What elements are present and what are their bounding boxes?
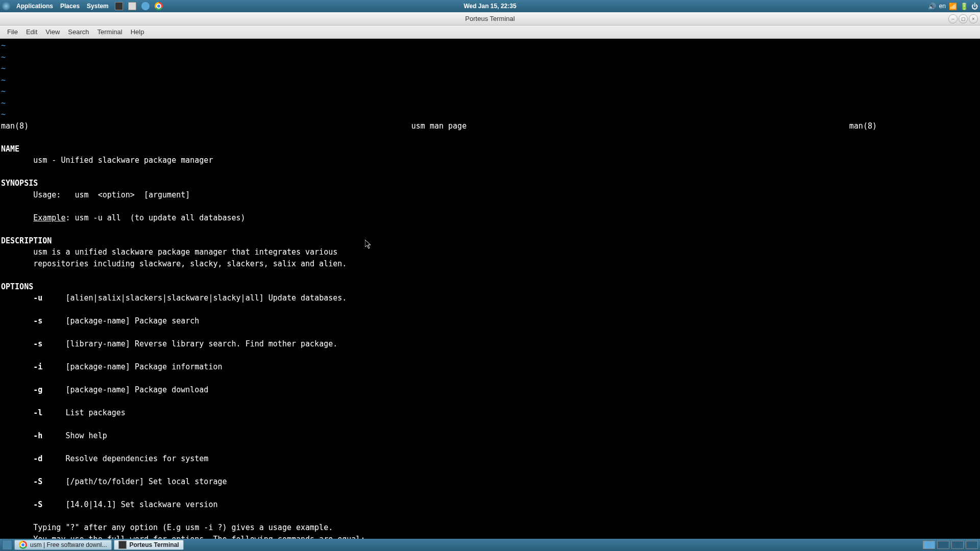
workspace-4[interactable]: [966, 541, 978, 549]
option-row: -i [package-name] Package information: [1, 361, 979, 373]
applications-menu[interactable]: Applications: [13, 3, 56, 10]
workspace-1[interactable]: [923, 541, 935, 549]
menu-terminal[interactable]: Terminal: [93, 28, 127, 36]
option-row: -d Resolve dependencies for system: [1, 453, 979, 465]
option-description: Resolve dependencies for system: [65, 454, 208, 463]
window-titlebar[interactable]: Porteus Terminal – ▢ ×: [0, 12, 980, 26]
tilde-line: ~: [1, 74, 979, 86]
top-panel: Applications Places System Wed Jan 15, 2…: [0, 0, 980, 12]
taskbar-item-browser[interactable]: usm | Free software downl...: [14, 540, 112, 550]
option-description: [package-name] Package search: [65, 316, 199, 325]
option-row: -S [/path/to/folder] Set local storage: [1, 476, 979, 488]
option-description: [14.0|14.1] Set slackware version: [65, 500, 217, 509]
menu-view[interactable]: View: [41, 28, 64, 36]
tilde-line: ~: [1, 63, 979, 74]
option-description: [package-name] Package information: [65, 362, 222, 371]
section-name: NAME: [1, 143, 979, 155]
system-menu[interactable]: System: [84, 3, 112, 10]
option-description: [library-name] Reverse library search. F…: [65, 339, 337, 348]
terminal-viewport[interactable]: ~ ~ ~ ~ ~ ~ ~ man(8) usm man page man(8)…: [0, 39, 980, 539]
option-row: -s [package-name] Package search: [1, 315, 979, 327]
places-menu[interactable]: Places: [57, 3, 83, 10]
show-desktop-button[interactable]: [2, 540, 12, 550]
chrome-launcher-icon[interactable]: [154, 1, 164, 11]
option-description: [/path/to/folder] Set local storage: [65, 477, 227, 486]
man-header: man(8) usm man page man(8): [1, 120, 979, 132]
tilde-line: ~: [1, 40, 979, 52]
minimize-button[interactable]: –: [948, 14, 958, 23]
network-icon[interactable]: 📶: [949, 3, 957, 10]
option-flag: -i: [33, 362, 42, 371]
chrome-icon: [19, 541, 27, 549]
menubar: File Edit View Search Terminal Help: [0, 26, 980, 39]
workspace-2[interactable]: [937, 541, 949, 549]
example-text: : usm -u all (to update all databases): [65, 213, 245, 222]
close-button[interactable]: ×: [969, 14, 978, 23]
clock[interactable]: Wed Jan 15, 22:35: [463, 3, 516, 10]
option-row: -s [library-name] Reverse library search…: [1, 338, 979, 350]
option-description: [alien|salix|slackers|slackware|slacky|a…: [65, 293, 347, 303]
window-title: Porteus Terminal: [465, 15, 514, 22]
taskbar-item-label: usm | Free software downl...: [30, 541, 107, 548]
power-icon[interactable]: ⏻: [971, 3, 978, 10]
tilde-line: ~: [1, 52, 979, 63]
option-description: List packages: [65, 408, 125, 417]
man-header-left: man(8): [1, 120, 29, 132]
option-description: [package-name] Package download: [65, 385, 208, 394]
option-flag: -h: [33, 431, 42, 440]
tilde-line: ~: [1, 109, 979, 120]
option-description: Show help: [65, 431, 107, 440]
option-flag: -s: [33, 339, 42, 348]
taskbar-item-label: Porteus Terminal: [130, 541, 179, 548]
example-line: Example: usm -u all (to update all datab…: [1, 212, 979, 224]
synopsis-text: Usage: usm <option> [argument]: [1, 189, 979, 201]
option-flag: -d: [33, 454, 42, 463]
menu-edit[interactable]: Edit: [22, 28, 41, 36]
option-row: -g [package-name] Package download: [1, 384, 979, 396]
section-description: DESCRIPTION: [1, 235, 979, 247]
section-options: OPTIONS: [1, 281, 979, 293]
option-flag: -u: [33, 293, 42, 303]
name-text: usm - Unified slackware package manager: [1, 155, 979, 166]
web-launcher-icon[interactable]: [140, 1, 151, 11]
man-header-center: usm man page: [411, 120, 467, 132]
distro-icon[interactable]: [2, 2, 10, 10]
terminal-icon: [118, 541, 127, 549]
example-label: Example: [33, 213, 65, 222]
menu-file[interactable]: File: [3, 28, 22, 36]
option-row: -S [14.0|14.1] Set slackware version: [1, 499, 979, 511]
description-text: usm is a unified slackware package manag…: [1, 246, 979, 258]
volume-icon[interactable]: 🔊: [928, 3, 936, 10]
options-note: You may use the full word for options. T…: [1, 534, 979, 539]
terminal-launcher-icon[interactable]: [114, 1, 124, 11]
option-flag: -S: [33, 500, 42, 509]
bottom-taskbar: usm | Free software downl... Porteus Ter…: [0, 539, 980, 551]
workspace-3[interactable]: [951, 541, 964, 549]
tilde-line: ~: [1, 97, 979, 109]
maximize-button[interactable]: ▢: [959, 14, 968, 23]
section-synopsis: SYNOPSIS: [1, 178, 979, 189]
taskbar-item-terminal[interactable]: Porteus Terminal: [114, 540, 184, 550]
tilde-line: ~: [1, 86, 979, 97]
option-flag: -l: [33, 408, 42, 417]
description-text: repositories including slackware, slacky…: [1, 258, 979, 270]
keyboard-layout-indicator[interactable]: en: [939, 3, 946, 10]
option-flag: -s: [33, 316, 42, 325]
menu-search[interactable]: Search: [64, 28, 93, 36]
option-row: -l List packages: [1, 407, 979, 419]
file-manager-launcher-icon[interactable]: [127, 1, 137, 11]
option-row: -u [alien|salix|slackers|slackware|slack…: [1, 292, 979, 304]
option-flag: -g: [33, 385, 42, 394]
man-header-right: man(8): [849, 120, 979, 132]
battery-icon[interactable]: 🔋: [960, 3, 968, 10]
menu-help[interactable]: Help: [127, 28, 149, 36]
option-row: -h Show help: [1, 430, 979, 442]
options-note: Typing "?" after any option (E.g usm -i …: [1, 522, 979, 534]
option-flag: -S: [33, 477, 42, 486]
